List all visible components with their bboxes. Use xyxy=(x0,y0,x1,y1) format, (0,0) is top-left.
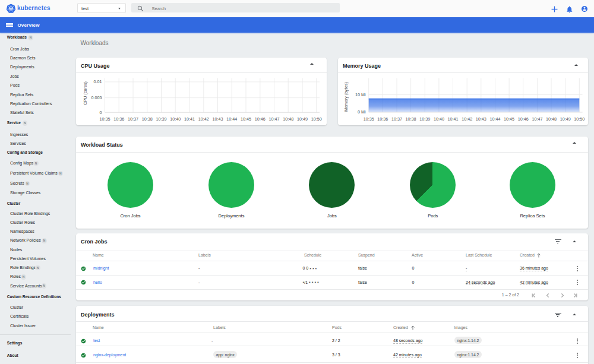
svg-text:10:48: 10:48 xyxy=(283,116,293,121)
svg-text:0: 0 xyxy=(100,109,102,115)
svg-text:0.01: 0.01 xyxy=(94,79,102,84)
svg-text:CPU (cores): CPU (cores) xyxy=(83,81,88,105)
svg-text:10:47: 10:47 xyxy=(532,116,542,121)
svg-text:10:37: 10:37 xyxy=(391,116,402,121)
svg-text:10:37: 10:37 xyxy=(128,116,138,121)
svg-text:0.005: 0.005 xyxy=(91,95,102,100)
svg-text:10:43: 10:43 xyxy=(476,116,486,121)
svg-text:10:38: 10:38 xyxy=(406,116,416,121)
svg-text:10:46: 10:46 xyxy=(518,116,529,121)
svg-text:10:39: 10:39 xyxy=(419,116,430,121)
svg-text:10:45: 10:45 xyxy=(241,116,251,121)
svg-text:10:40: 10:40 xyxy=(170,116,181,121)
svg-text:10:41: 10:41 xyxy=(448,116,459,121)
svg-text:10:48: 10:48 xyxy=(546,116,557,121)
svg-text:10:35: 10:35 xyxy=(364,116,374,121)
svg-text:10:36: 10:36 xyxy=(377,116,388,121)
svg-text:10:38: 10:38 xyxy=(142,116,153,121)
svg-text:10:45: 10:45 xyxy=(504,116,514,121)
svg-text:10:44: 10:44 xyxy=(226,116,237,121)
svg-text:10:50: 10:50 xyxy=(311,116,322,121)
svg-text:10:50: 10:50 xyxy=(574,116,584,121)
svg-text:10:46: 10:46 xyxy=(255,116,266,121)
svg-text:10:49: 10:49 xyxy=(297,116,308,121)
svg-text:10:44: 10:44 xyxy=(490,116,501,121)
svg-text:10:39: 10:39 xyxy=(156,116,167,121)
svg-text:10:42: 10:42 xyxy=(462,116,472,121)
svg-text:10:43: 10:43 xyxy=(213,116,223,121)
svg-text:10:40: 10:40 xyxy=(434,116,444,121)
svg-text:10:35: 10:35 xyxy=(100,116,110,121)
svg-text:Memory (bytes): Memory (bytes) xyxy=(343,82,349,112)
svg-text:0 Mi: 0 Mi xyxy=(358,109,366,115)
svg-text:10:41: 10:41 xyxy=(184,116,195,121)
svg-text:10:36: 10:36 xyxy=(113,116,124,121)
svg-text:10:47: 10:47 xyxy=(269,116,280,121)
svg-text:10 Mi: 10 Mi xyxy=(355,92,366,97)
svg-text:10:49: 10:49 xyxy=(560,116,571,121)
svg-text:10:42: 10:42 xyxy=(198,116,209,121)
